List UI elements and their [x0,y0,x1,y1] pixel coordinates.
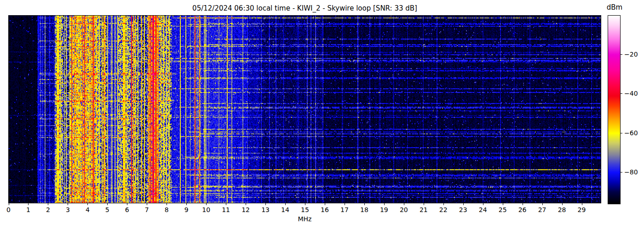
x-tick-label: 4 [80,206,94,213]
x-tick-label: 3 [61,206,75,213]
x-tick-mark [28,203,29,205]
x-tick-label: 20 [397,206,411,213]
x-axis-label: MHz [8,215,601,223]
x-tick-label: 27 [535,206,549,213]
colorbar [608,15,621,204]
x-tick-label: 13 [259,206,272,213]
x-tick-mark [48,203,48,205]
x-tick-label: 2 [41,206,55,213]
x-tick-mark [186,203,187,205]
x-tick-label: 9 [179,206,193,213]
x-tick-label: 26 [516,206,529,213]
x-tick-label: 16 [318,206,332,213]
colorbar-tick-mark [621,93,622,94]
chart-title: 05/12/2024 06:30 local time - KIWI_2 - S… [8,4,601,12]
x-tick-mark [305,203,305,205]
x-tick-label: 8 [160,206,173,213]
x-tick-mark [9,203,9,205]
waterfall-plot-area [8,15,601,203]
x-tick-mark [384,203,385,205]
x-tick-label: 29 [575,206,589,213]
x-tick-mark [68,203,68,205]
x-tick-label: 12 [239,206,253,213]
x-tick-mark [265,203,266,205]
x-tick-label: 24 [476,206,490,213]
x-tick-label: 10 [199,206,213,213]
x-tick-label: 25 [496,206,510,213]
colorbar-tick-mark [621,54,622,55]
x-tick-label: 14 [278,206,292,213]
x-tick-label: 23 [456,206,470,213]
x-tick-mark [226,203,226,205]
x-tick-mark [582,203,582,205]
x-tick-mark [364,203,365,205]
x-tick-label: 18 [357,206,371,213]
x-tick-mark [285,203,286,205]
x-tick-label: 7 [140,206,154,213]
x-tick-mark [167,203,167,205]
x-tick-mark [562,203,563,205]
x-tick-mark [147,203,147,205]
x-tick-label: 17 [338,206,351,213]
x-tick-mark [246,203,246,205]
colorbar-tick-mark [621,172,622,172]
colorbar-tick-label: −20 [624,51,638,58]
spectrogram-canvas [9,16,601,203]
x-tick-label: 1 [21,206,35,213]
x-tick-label: 0 [2,206,16,213]
x-tick-label: 15 [298,206,312,213]
x-tick-label: 11 [219,206,233,213]
colorbar-tick-label: −80 [624,169,638,175]
x-tick-mark [127,203,127,205]
x-tick-label: 21 [417,206,431,213]
colorbar-unit-label: dBm [604,3,625,12]
x-tick-mark [345,203,345,205]
x-tick-mark [325,203,325,205]
x-tick-mark [424,203,424,205]
x-tick-mark [542,203,543,205]
x-tick-label: 6 [120,206,134,213]
x-tick-mark [463,203,464,205]
x-tick-mark [107,203,108,205]
x-tick-mark [523,203,523,205]
x-tick-label: 22 [437,206,450,213]
x-tick-mark [206,203,207,205]
colorbar-tick-label: −40 [624,90,638,97]
x-tick-label: 5 [100,206,114,213]
spectrogram-figure: 05/12/2024 06:30 local time - KIWI_2 - S… [0,0,644,230]
x-tick-label: 19 [377,206,391,213]
colorbar-tick-label: −60 [624,130,638,136]
x-tick-mark [87,203,88,205]
colorbar-tick-mark [621,133,622,133]
x-tick-label: 28 [555,206,569,213]
x-tick-mark [503,203,503,205]
x-tick-mark [483,203,483,205]
x-tick-mark [404,203,404,205]
x-tick-mark [443,203,444,205]
